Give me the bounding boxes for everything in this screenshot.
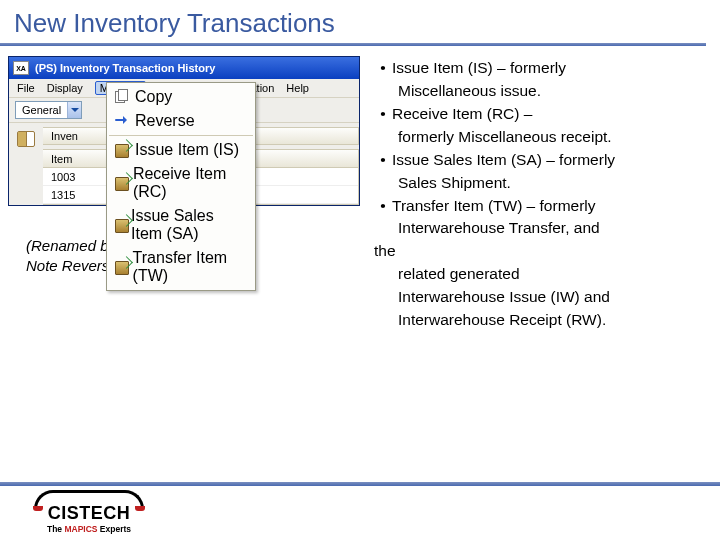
bullet-item: • Issue Item (IS) – formerly (374, 58, 710, 79)
box-icon (113, 175, 127, 191)
bullet-item: • Issue Sales Item (SA) – formerly (374, 150, 710, 171)
menu-display[interactable]: Display (47, 82, 83, 94)
view-combo[interactable]: General (15, 101, 82, 119)
bullet-continuation: Sales Shipment. (374, 173, 710, 194)
menu-item-copy[interactable]: Copy (109, 85, 253, 109)
window-title: (PS) Inventory Transaction History (35, 62, 215, 74)
box-icon (113, 259, 127, 275)
menu-item-label: Issue Sales Item (SA) (131, 207, 247, 243)
bullet-list: • Issue Item (IS) – formerly Miscellaneo… (360, 56, 710, 333)
copy-icon (113, 89, 129, 105)
book-icon[interactable] (15, 129, 37, 149)
menu-item-receive-item[interactable]: Receive Item (RC) (109, 162, 253, 204)
bullet-continuation: Interwarehouse Transfer, and (374, 218, 710, 239)
box-icon (113, 217, 125, 233)
bullet-dot-icon: • (374, 150, 392, 171)
bullet-dot-icon: • (374, 196, 392, 217)
bullet-continuation: Miscellaneous issue. (374, 81, 710, 102)
bullet-text: Issue Sales Item (SA) – formerly (392, 150, 710, 171)
logo-arc-icon (34, 490, 144, 509)
window-titlebar: XA (PS) Inventory Transaction History (9, 57, 359, 79)
menu-item-reverse[interactable]: Reverse (109, 109, 253, 133)
bullet-continuation: related generated (374, 264, 710, 285)
box-icon (113, 142, 129, 158)
bullet-continuation: Interwarehouse Receipt (RW). (374, 310, 710, 331)
chevron-down-icon[interactable] (67, 102, 81, 118)
bullet-text: Transfer Item (TW) – formerly (392, 196, 710, 217)
menu-file[interactable]: File (17, 82, 35, 94)
logo-tagline: The MAPICS Experts (47, 524, 131, 534)
reverse-icon (113, 113, 129, 129)
menu-item-label: Copy (135, 88, 172, 106)
content-row: XA (PS) Inventory Transaction History Fi… (0, 56, 720, 333)
slide-title: New Inventory Transactions (0, 0, 720, 43)
menu-item-label: Issue Item (IS) (135, 141, 239, 159)
menu-separator (109, 135, 253, 136)
bullet-text: Receive Item (RC) – (392, 104, 710, 125)
menu-item-label: Transfer Item (TW) (133, 249, 247, 285)
bullet-continuation: formerly Miscellaneous receipt. (374, 127, 710, 148)
menu-help[interactable]: Help (286, 82, 309, 94)
view-combo-value: General (16, 104, 67, 116)
left-strip (9, 123, 43, 205)
title-rule (0, 43, 706, 46)
app-badge-icon: XA (13, 61, 29, 75)
menu-item-issue-item[interactable]: Issue Item (IS) (109, 138, 253, 162)
bullet-continuation: the (374, 241, 710, 262)
menu-item-issue-sales-item[interactable]: Issue Sales Item (SA) (109, 204, 253, 246)
bullet-dot-icon: • (374, 104, 392, 125)
cistech-logo: CISTECH The MAPICS Experts (14, 490, 164, 534)
bullet-item: • Transfer Item (TW) – formerly (374, 196, 710, 217)
bullet-item: • Receive Item (RC) – (374, 104, 710, 125)
bullet-text: Issue Item (IS) – formerly (392, 58, 710, 79)
menu-item-transfer-item[interactable]: Transfer Item (TW) (109, 246, 253, 288)
app-window-wrap: XA (PS) Inventory Transaction History Fi… (8, 56, 360, 206)
menu-item-label: Receive Item (RC) (133, 165, 247, 201)
bullet-dot-icon: • (374, 58, 392, 79)
maintain-menu-popup: Copy Reverse Issue Item (IS) Receive Ite… (106, 82, 256, 291)
footer-rule (0, 482, 720, 486)
left-column: XA (PS) Inventory Transaction History Fi… (8, 56, 360, 333)
bullet-continuation: Interwarehouse Issue (IW) and (374, 287, 710, 308)
menu-item-label: Reverse (135, 112, 195, 130)
